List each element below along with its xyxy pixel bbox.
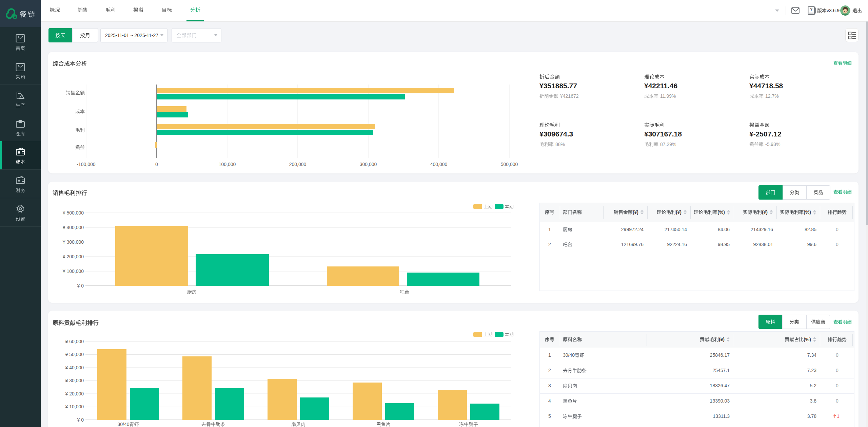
svg-text:¥421672: ¥421672 — [560, 93, 579, 99]
svg-text:0: 0 — [836, 242, 839, 247]
svg-text:25846.17: 25846.17 — [710, 352, 730, 358]
svg-text:¥ 500,000: ¥ 500,000 — [62, 210, 84, 216]
svg-text:1: 1 — [548, 352, 551, 358]
svg-text:299972.24: 299972.24 — [621, 227, 644, 232]
svg-text:¥-2507.12: ¥-2507.12 — [749, 130, 782, 138]
svg-text:100,000: 100,000 — [219, 162, 236, 167]
svg-text:(%): (%) — [804, 209, 811, 215]
svg-text:¥ 50,000: ¥ 50,000 — [65, 352, 84, 357]
svg-text:30/40: 30/40 — [563, 352, 575, 358]
svg-text:¥ 40,000: ¥ 40,000 — [65, 365, 84, 370]
svg-text:¥42211.46: ¥42211.46 — [644, 82, 677, 90]
svg-text:3.8: 3.8 — [810, 398, 817, 404]
svg-text:¥309674.3: ¥309674.3 — [539, 130, 573, 138]
svg-text:5.2: 5.2 — [810, 383, 817, 388]
svg-text:300,000: 300,000 — [360, 162, 377, 167]
svg-text:¥ 10,000: ¥ 10,000 — [65, 404, 84, 409]
svg-text:¥ 200,000: ¥ 200,000 — [62, 254, 84, 259]
svg-text:2: 2 — [548, 368, 551, 373]
svg-text:¥351885.77: ¥351885.77 — [539, 82, 577, 90]
svg-text:25457.1: 25457.1 — [712, 368, 730, 373]
svg-text:0: 0 — [836, 398, 839, 404]
svg-text:7.34: 7.34 — [807, 352, 816, 358]
svg-text:0: 0 — [836, 352, 839, 358]
svg-text:-5.93%: -5.93% — [765, 142, 780, 147]
svg-text:82.85: 82.85 — [805, 227, 816, 232]
svg-text:13390.03: 13390.03 — [710, 398, 730, 404]
svg-text:7.23: 7.23 — [807, 368, 816, 373]
svg-text:214329.16: 214329.16 — [751, 227, 773, 232]
svg-text:(¥): (¥) — [719, 337, 725, 342]
svg-text:¥ 20,000: ¥ 20,000 — [65, 391, 84, 396]
svg-text:0: 0 — [836, 227, 839, 232]
svg-text:2025-11-01 ~ 2025-11-27: 2025-11-01 ~ 2025-11-27 — [105, 33, 158, 38]
svg-text:?: ? — [810, 7, 812, 12]
svg-text:-100,000: -100,000 — [77, 162, 95, 167]
svg-text:(¥): (¥) — [633, 209, 638, 215]
svg-text:99.6: 99.6 — [807, 242, 816, 247]
svg-text:88%: 88% — [555, 142, 565, 147]
svg-text:¥ 30,000: ¥ 30,000 — [65, 378, 84, 383]
svg-text:3: 3 — [548, 383, 551, 388]
svg-text:18326.47: 18326.47 — [710, 383, 730, 388]
svg-text:2: 2 — [548, 242, 551, 247]
svg-text:217450.14: 217450.14 — [665, 227, 687, 232]
svg-text:11.99%: 11.99% — [660, 93, 676, 99]
svg-text:(%): (%) — [804, 337, 811, 342]
svg-text:v3.6.9: v3.6.9 — [827, 8, 840, 13]
svg-text:0: 0 — [836, 368, 839, 373]
svg-text:92838.01: 92838.01 — [753, 242, 773, 247]
svg-text:¥ 0: ¥ 0 — [77, 283, 84, 289]
svg-text:12.7%: 12.7% — [765, 93, 779, 99]
svg-text:84.06: 84.06 — [718, 227, 730, 232]
svg-text:¥ 400,000: ¥ 400,000 — [62, 225, 84, 230]
svg-text:30/40: 30/40 — [118, 422, 130, 427]
svg-text:(¥): (¥) — [676, 209, 682, 215]
svg-text:0: 0 — [155, 162, 158, 167]
svg-text:¥ 60,000: ¥ 60,000 — [65, 339, 84, 344]
svg-text:¥ 100,000: ¥ 100,000 — [62, 268, 84, 274]
svg-text:3.78: 3.78 — [807, 413, 816, 419]
svg-text:¥44718.58: ¥44718.58 — [749, 82, 783, 90]
svg-text:400,000: 400,000 — [430, 162, 448, 167]
svg-text:121699.76: 121699.76 — [621, 242, 644, 247]
svg-text:¥ 0: ¥ 0 — [77, 417, 84, 423]
svg-text:4: 4 — [548, 398, 551, 404]
svg-text:1: 1 — [548, 227, 551, 232]
svg-text:200,000: 200,000 — [289, 162, 307, 167]
svg-text:(¥): (¥) — [762, 209, 768, 215]
svg-text:87.29%: 87.29% — [660, 142, 676, 147]
svg-text:98.95: 98.95 — [718, 242, 730, 247]
svg-text:13311.3: 13311.3 — [713, 413, 730, 419]
svg-text:5: 5 — [548, 413, 551, 419]
svg-text:500,000: 500,000 — [501, 162, 518, 167]
svg-text:(%): (%) — [717, 209, 725, 215]
svg-text:¥ 300,000: ¥ 300,000 — [62, 239, 84, 245]
svg-text:¥307167.18: ¥307167.18 — [644, 130, 682, 138]
svg-text:92224.16: 92224.16 — [667, 242, 687, 247]
svg-text:0: 0 — [836, 383, 839, 388]
svg-text:1: 1 — [837, 413, 840, 419]
